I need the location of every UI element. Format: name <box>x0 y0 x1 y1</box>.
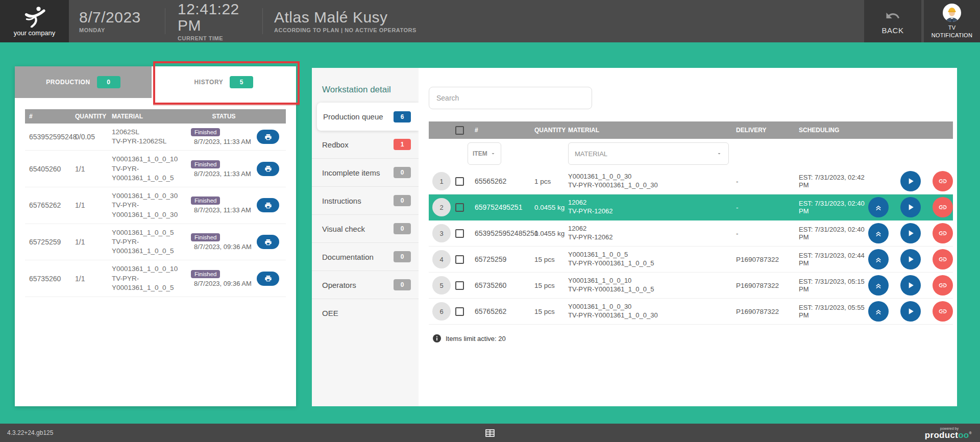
current-time-label: CURRENT TIME <box>178 35 262 41</box>
column-header-scheduling: SCHEDULING <box>799 127 865 134</box>
material-code-secondary: TV-PYR-Y0001361_1_0_0_30 <box>568 181 731 190</box>
scheduling-value: EST: 7/31/2023, 02:42 PM <box>799 174 865 189</box>
printer-icon <box>264 238 272 246</box>
material-code-secondary: TV-PYR-Y0001361_1_0_0_30 <box>568 311 731 320</box>
start-button[interactable] <box>900 249 921 269</box>
status-badge: Finished <box>191 270 220 278</box>
priority-button[interactable] <box>868 223 889 243</box>
start-button[interactable] <box>900 275 921 296</box>
production-queue-panel: # QUANTITY MATERIAL DELIVERY SCHEDULING … <box>419 68 957 406</box>
left-tabs: PRODUCTION 0 HISTORY 5 <box>15 66 296 98</box>
app-version: 4.3.22+24.gb125 <box>7 429 53 436</box>
queue-row[interactable]: 6 65765262 15 pcs Y0001361_1_0_0_30 TV-P… <box>429 299 953 325</box>
link-button[interactable] <box>933 275 953 296</box>
queue-row-selected[interactable]: 2 659752495251 0.0455 kg 12062 TV-PYR-12… <box>429 194 953 220</box>
tab-production-label: PRODUCTION <box>46 79 90 86</box>
status-time: 8/7/2023, 11:33 AM <box>191 170 251 178</box>
order-quantity: 0.0455 kg <box>534 204 568 211</box>
delivery-value: - <box>736 204 799 211</box>
menu-item-documentation[interactable]: Documentation 0 <box>312 243 419 271</box>
print-button[interactable] <box>257 235 279 249</box>
link-button[interactable] <box>933 249 953 269</box>
material-code-secondary: TV-PYR-12062 <box>568 233 731 242</box>
menu-item-label: OEE <box>322 309 338 317</box>
queue-row[interactable]: 4 65725259 15 pcs Y0001361_1_0_0_5 TV-PY… <box>429 247 953 273</box>
menu-item-incomplete-items[interactable]: Incomplete items 0 <box>312 159 419 187</box>
row-checkbox[interactable] <box>455 229 464 238</box>
queue-row[interactable]: 3 6539525952485251 0.0455 kg 12062 TV-PY… <box>429 220 953 247</box>
menu-item-label: Redbox <box>322 140 349 149</box>
item-filter-dropdown[interactable]: ITEM <box>468 142 501 165</box>
row-checkbox[interactable] <box>455 177 464 186</box>
status-time: 8/7/2023, 11:33 AM <box>191 206 251 214</box>
tab-history[interactable]: HISTORY 5 <box>152 66 296 98</box>
link-button[interactable] <box>933 197 953 217</box>
material-code: Y0001361_1_0_0_30 <box>568 173 731 181</box>
history-table-header: # QUANTITY MATERIAL STATUS <box>25 109 286 124</box>
order-quantity: 1/1 <box>75 238 112 246</box>
scheduling-value: EST: 7/31/2023, 05:55 PM <box>799 304 865 319</box>
back-button[interactable]: BACK <box>864 0 921 42</box>
status-badge: Finished <box>191 197 220 205</box>
row-checkbox[interactable] <box>455 255 464 264</box>
menu-item-label: Operators <box>322 281 356 289</box>
order-id: 6539525952485251 <box>475 229 534 237</box>
search-input[interactable] <box>429 87 592 109</box>
printer-icon <box>264 202 272 209</box>
order-material: Y0001361_1_0_0_5 TV-PYR-Y0001361_1_0_0_5 <box>112 228 191 256</box>
material-filter-dropdown[interactable]: MATERIAL <box>568 142 729 165</box>
printer-icon <box>264 275 272 282</box>
material-code: Y0001361_1_0_0_30 <box>112 191 186 201</box>
printer-icon <box>264 133 272 141</box>
history-panel: PRODUCTION 0 HISTORY 5 # QUANTITY MATERI… <box>15 66 296 406</box>
priority-button[interactable] <box>868 275 889 296</box>
print-button[interactable] <box>257 198 279 212</box>
order-material: 12062 TV-PYR-12062 <box>568 225 736 242</box>
count-badge: 1 <box>394 139 411 150</box>
print-button[interactable] <box>257 162 279 176</box>
menu-item-operators[interactable]: Operators 0 <box>312 271 419 299</box>
material-code-secondary: TV-PYR-Y0001361_1_0_0_5 <box>568 285 731 294</box>
row-checkbox[interactable] <box>455 281 464 290</box>
menu-item-oee[interactable]: OEE <box>312 299 419 327</box>
priority-button[interactable] <box>868 197 889 217</box>
menu-item-instructions[interactable]: Instructions 0 <box>312 187 419 215</box>
play-icon <box>905 306 916 316</box>
order-quantity: 0/0.05 <box>75 133 112 141</box>
tv-notification-button[interactable]: TV NOTIFICATION <box>924 0 980 42</box>
order-material: 12062SL TV-PYR-12062SL <box>112 128 191 146</box>
tab-production[interactable]: PRODUCTION 0 <box>15 66 152 98</box>
header-date-block: 8/7/2023 MONDAY <box>79 0 165 42</box>
workstation-status: ACCORDING TO PLAN | NO ACTIVE OPERATORS <box>274 27 416 33</box>
start-button[interactable] <box>900 171 921 191</box>
link-button[interactable] <box>933 223 953 243</box>
status-time: 8/7/2023, 09:36 AM <box>191 280 252 287</box>
start-button[interactable] <box>900 301 921 322</box>
priority-button[interactable] <box>868 249 889 269</box>
menu-item-redbox[interactable]: Redbox 1 <box>312 131 419 159</box>
link-button[interactable] <box>933 171 953 191</box>
order-quantity: 1 pcs <box>534 178 568 185</box>
order-id: 65565262 <box>475 177 534 185</box>
priority-button[interactable] <box>868 301 889 322</box>
order-material: Y0001361_1_0_0_10 TV-PYR-Y0001361_1_0_0_… <box>112 155 191 183</box>
print-button[interactable] <box>257 272 279 286</box>
row-checkbox[interactable] <box>455 307 464 316</box>
count-badge: 0 <box>394 167 411 178</box>
menu-item-production-queue[interactable]: Production queue 6 <box>317 103 419 131</box>
select-all-checkbox[interactable] <box>455 126 464 135</box>
queue-row[interactable]: 1 65565262 1 pcs Y0001361_1_0_0_30 TV-PY… <box>429 168 953 194</box>
print-button[interactable] <box>257 130 279 144</box>
material-code: Y0001361_1_0_0_10 <box>568 277 731 285</box>
start-button[interactable] <box>900 197 921 217</box>
link-button[interactable] <box>933 301 953 322</box>
start-button[interactable] <box>900 223 921 243</box>
queue-row[interactable]: 5 65735260 15 pcs Y0001361_1_0_0_10 TV-P… <box>429 273 953 299</box>
play-icon <box>905 202 916 212</box>
menu-item-visual-check[interactable]: Visual check 0 <box>312 215 419 243</box>
order-status: Finished 8/7/2023, 11:33 AM <box>191 128 257 145</box>
menu-item-label: Visual check <box>322 225 365 233</box>
column-header-quantity: QUANTITY <box>534 127 568 134</box>
keyboard-grid-icon[interactable] <box>485 429 495 437</box>
row-checkbox[interactable] <box>455 203 464 212</box>
